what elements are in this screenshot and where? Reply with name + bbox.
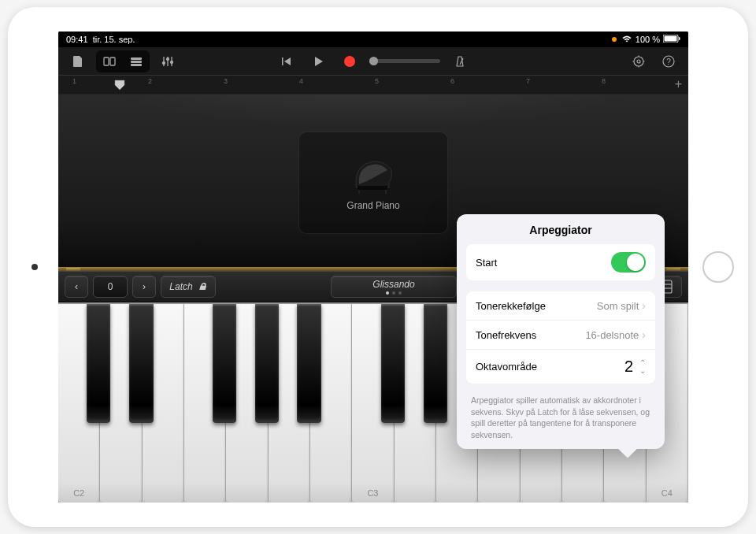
svg-point-11 [163, 61, 165, 64]
octave-range-row: Oktavområde 2 ⌃ ⌄ [466, 350, 655, 384]
status-time: 09:41 tir. 15. sep. [66, 35, 135, 44]
black-key[interactable] [129, 304, 153, 423]
ruler-mark: 6 [450, 77, 454, 85]
octave-display: 0 [93, 276, 128, 298]
range-label: Oktavområde [476, 361, 624, 373]
play-button[interactable] [306, 52, 330, 71]
svg-rect-6 [131, 61, 142, 63]
rate-label: Tonefrekvens [476, 329, 585, 341]
record-button[interactable] [338, 52, 361, 71]
svg-rect-5 [131, 57, 142, 60]
ruler-mark: 4 [299, 77, 303, 85]
instrument-selector[interactable]: Grand Piano [298, 132, 448, 234]
volume-slider[interactable] [369, 59, 440, 63]
ruler-mark: 1 [72, 77, 76, 85]
order-value: Som spilt [597, 300, 639, 312]
chevron-right-icon: › [642, 299, 646, 312]
browser-view-button[interactable] [98, 52, 121, 71]
instrument-name: Grand Piano [346, 200, 399, 211]
ruler-mark: 7 [526, 77, 530, 85]
latch-button[interactable]: Latch 🔒︎ [161, 276, 216, 298]
wifi-icon [621, 35, 632, 44]
ipad-frame: 09:41 tir. 15. sep. 100 % [8, 7, 748, 527]
svg-rect-1 [665, 36, 677, 42]
note-rate-row[interactable]: Tonefrekvens 16-delsnote › [466, 321, 655, 350]
battery-icon [663, 35, 680, 44]
battery-text: 100 % [636, 35, 660, 44]
chevron-right-icon: › [642, 328, 646, 341]
glissando-label: Glissando [372, 279, 414, 290]
metronome-button[interactable] [448, 52, 472, 71]
start-toggle[interactable] [611, 252, 646, 273]
arpeggiator-popover: Arpeggiator Start Tonerekkefølge Som spi… [457, 214, 665, 449]
svg-rect-3 [104, 57, 109, 65]
stepper-up-button[interactable]: ⌃ [639, 360, 646, 366]
help-button[interactable]: ? [657, 52, 680, 71]
popover-start-section: Start [466, 244, 655, 280]
page-dots [386, 291, 402, 295]
ruler-mark: 8 [602, 77, 606, 85]
my-songs-button[interactable] [66, 52, 90, 71]
range-value: 2 [624, 358, 633, 376]
svg-point-12 [167, 57, 169, 60]
lock-icon: 🔒︎ [198, 281, 207, 292]
note-order-row[interactable]: Tonerekkefølge Som spilt › [466, 291, 655, 321]
playhead-icon[interactable] [113, 79, 126, 95]
home-button[interactable] [702, 251, 734, 283]
svg-rect-7 [131, 64, 142, 66]
black-key[interactable] [213, 304, 236, 423]
glissando-button[interactable]: Glissando [331, 276, 457, 298]
popover-help-text: Arpeggiator spiller automatisk av akkord… [457, 395, 665, 441]
timeline-ruler[interactable]: 1 2 3 4 5 6 7 8 + [58, 76, 688, 95]
ruler-mark: 3 [224, 77, 228, 85]
popover-settings-section: Tonerekkefølge Som spilt › Tonefrekvens … [466, 291, 655, 384]
hinge-decoration [666, 268, 680, 271]
toolbar-right: ? [627, 52, 680, 71]
transport-controls [275, 52, 472, 71]
add-section-button[interactable]: + [675, 77, 682, 91]
status-bar: 09:41 tir. 15. sep. 100 % [58, 32, 688, 47]
grand-piano-icon [350, 154, 397, 194]
latch-label: Latch [169, 281, 192, 292]
svg-point-16 [634, 57, 643, 66]
svg-rect-14 [282, 57, 284, 65]
octave-up-button[interactable]: › [132, 276, 156, 298]
popover-title: Arpeggiator [457, 214, 665, 244]
black-key[interactable] [255, 304, 279, 423]
svg-rect-24 [358, 186, 387, 190]
black-key[interactable] [297, 304, 321, 423]
rewind-button[interactable] [275, 52, 298, 71]
key-label: C3 [367, 488, 378, 498]
svg-rect-2 [679, 37, 680, 40]
key-label: C4 [662, 488, 673, 498]
black-key[interactable] [87, 304, 110, 423]
status-right: 100 % [612, 35, 680, 44]
svg-rect-37 [664, 280, 672, 293]
svg-point-17 [637, 60, 640, 63]
black-key[interactable] [381, 304, 405, 423]
black-key[interactable] [424, 304, 447, 423]
ruler-mark: 2 [148, 77, 152, 85]
key-label: C2 [73, 488, 84, 498]
order-label: Tonerekkefølge [476, 300, 597, 312]
clock-text: 09:41 [66, 35, 88, 44]
app-screen: 09:41 tir. 15. sep. 100 % [58, 32, 688, 502]
range-stepper: ⌃ ⌄ [639, 360, 646, 374]
top-toolbar: ? [58, 47, 688, 76]
settings-button[interactable] [627, 52, 650, 71]
view-toggle-group [96, 50, 150, 72]
svg-point-13 [171, 61, 173, 63]
octave-down-button[interactable]: ‹ [65, 276, 88, 298]
tracks-view-button[interactable] [124, 52, 148, 71]
location-dot-icon [612, 37, 617, 42]
rate-value: 16-delsnote [585, 329, 639, 341]
hinge-decoration [66, 268, 80, 271]
stepper-down-button[interactable]: ⌄ [639, 368, 646, 374]
svg-text:?: ? [666, 57, 671, 65]
ruler-mark: 5 [375, 77, 379, 85]
start-label: Start [476, 257, 611, 269]
start-row: Start [466, 244, 655, 280]
date-text: tir. 15. sep. [93, 35, 135, 44]
track-controls-button[interactable] [156, 52, 180, 71]
svg-rect-4 [110, 57, 115, 65]
